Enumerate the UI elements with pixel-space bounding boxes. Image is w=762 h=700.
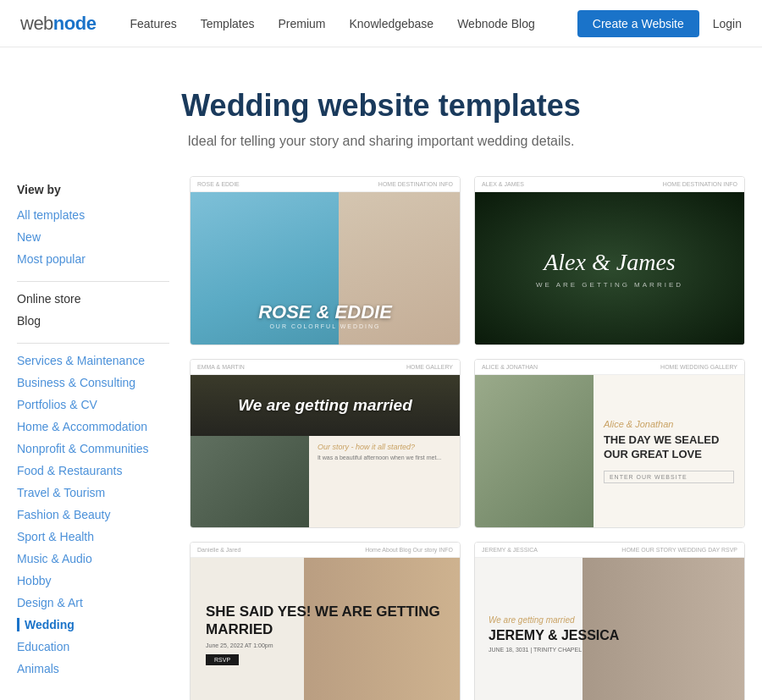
hero-section: Wedding website templates Ideal for tell…	[0, 47, 762, 176]
card-title-bar-3: EMMA & MARTIN	[197, 364, 245, 370]
t1-title: ROSE & EDDIE	[190, 301, 460, 323]
card-title-bar-5: Danielle & Jared	[197, 547, 240, 553]
card-title-bar-2: ALEX & JAMES	[482, 181, 524, 187]
t2-title: Alex & James	[536, 249, 683, 276]
sidebar-hobby[interactable]: Hobby	[17, 574, 169, 587]
view-by-label: View by	[17, 183, 169, 196]
card-nav-bar-6: HOME OUR STORY WEDDING DAY RSVP	[621, 547, 737, 553]
sidebar-services[interactable]: Services & Maintenance	[17, 354, 169, 367]
t4-title: THE DAY WE SEALED OUR GREAT LOVE	[604, 433, 734, 462]
header-actions: Create a Website Login	[577, 10, 742, 37]
sidebar: View by All templates New Most popular O…	[17, 176, 169, 700]
main-nav: Features Templates Premium Knowledgebase…	[130, 17, 577, 30]
card-topbar-1: ROSE & EDDIE HOME DESTINATION INFO	[190, 177, 460, 192]
sidebar-divider-2	[17, 343, 169, 344]
sidebar-portfolios[interactable]: Portfolios & CV	[17, 398, 169, 411]
card-preview-6: We are getting married JEREMY & JESSICA …	[475, 558, 744, 700]
card-nav-bar-4: HOME WEDDING GALLERY	[660, 364, 737, 370]
card-topbar-6: JEREMY & JESSICA HOME OUR STORY WEDDING …	[475, 543, 744, 558]
t5-date: June 25, 2022 AT 1:00pm	[206, 642, 460, 648]
template-card-alex-james[interactable]: ALEX & JAMES HOME DESTINATION INFO Alex …	[474, 176, 745, 345]
sidebar-sport[interactable]: Sport & Health	[17, 530, 169, 543]
template-card-rose-eddie[interactable]: ROSE & EDDIE HOME DESTINATION INFO ROSE …	[190, 176, 461, 345]
create-website-button[interactable]: Create a Website	[577, 10, 699, 37]
sidebar-business[interactable]: Business & Consulting	[17, 376, 169, 389]
sidebar-online-store[interactable]: Online store	[17, 292, 169, 306]
nav-blog[interactable]: Webnode Blog	[457, 17, 535, 30]
nav-features[interactable]: Features	[130, 17, 176, 30]
card-nav-bar-3: HOME GALLERY	[406, 364, 453, 370]
card-topbar-4: ALICE & JONATHAN HOME WEDDING GALLERY	[475, 360, 744, 375]
t1-subtitle: OUR COLORFUL WEDDING	[190, 323, 460, 329]
sidebar-education[interactable]: Education	[17, 640, 169, 653]
t6-date: JUNE 18, 3031 | TRINITY CHAPEL	[489, 647, 619, 653]
card-title-bar-4: ALICE & JONATHAN	[482, 364, 538, 370]
t3-story-text: It was a beautiful afternoon when we fir…	[318, 454, 451, 463]
card-topbar-3: EMMA & MARTIN HOME GALLERY	[190, 360, 460, 375]
card-topbar-2: ALEX & JAMES HOME DESTINATION INFO	[475, 177, 744, 192]
main-content: View by All templates New Most popular O…	[0, 176, 762, 700]
t4-btn: ENTER OUR WEBSITE	[604, 471, 734, 483]
type-filter-section: Online store Blog	[17, 292, 169, 328]
card-title-bar-1: ROSE & EDDIE	[197, 181, 240, 187]
login-button[interactable]: Login	[713, 17, 742, 30]
sidebar-animals[interactable]: Animals	[17, 662, 169, 675]
t4-name: Alice & Jonathan	[604, 419, 734, 429]
nav-knowledgebase[interactable]: Knowledgebase	[350, 17, 434, 30]
templates-grid: ROSE & EDDIE HOME DESTINATION INFO ROSE …	[190, 176, 745, 700]
hero-title: Wedding website templates	[17, 88, 745, 124]
card-preview-5: SHE SAID YES! WE ARE GETTING MARRIED Jun…	[190, 558, 460, 700]
card-preview-3: We are getting married Our story - how i…	[190, 375, 460, 527]
t5-btn: RSVP	[206, 654, 239, 665]
template-card-alice-jonathan[interactable]: ALICE & JONATHAN HOME WEDDING GALLERY Al…	[474, 359, 745, 528]
sidebar-new[interactable]: New	[17, 230, 169, 244]
nav-premium[interactable]: Premium	[278, 17, 325, 30]
hero-subtitle: Ideal for telling your story and sharing…	[17, 134, 745, 149]
sidebar-most-popular[interactable]: Most popular	[17, 252, 169, 266]
card-preview-4: Alice & Jonathan THE DAY WE SEALED OUR G…	[475, 375, 744, 527]
sidebar-travel[interactable]: Travel & Tourism	[17, 486, 169, 499]
logo: webnode	[20, 13, 96, 35]
sidebar-music[interactable]: Music & Audio	[17, 552, 169, 565]
t2-text: Alex & James WE ARE GETTING MARRIED	[536, 249, 683, 289]
card-nav-bar-2: HOME DESTINATION INFO	[663, 181, 737, 187]
sidebar-home[interactable]: Home & Accommodation	[17, 420, 169, 433]
sidebar-nonprofit[interactable]: Nonprofit & Communities	[17, 442, 169, 455]
sidebar-wedding[interactable]: Wedding	[17, 618, 169, 631]
sidebar-blog[interactable]: Blog	[17, 314, 169, 328]
card-nav-bar-5: Home About Blog Our story INFO	[365, 547, 453, 553]
t6-italic: We are getting married	[489, 615, 619, 625]
t2-subtitle: WE ARE GETTING MARRIED	[536, 281, 683, 289]
category-section: Services & Maintenance Business & Consul…	[17, 354, 169, 675]
t6-name: JEREMY & JESSICA	[489, 628, 619, 643]
card-title-bar-6: JEREMY & JESSICA	[482, 547, 538, 553]
template-card-danielle-jared[interactable]: Danielle & Jared Home About Blog Our sto…	[190, 542, 461, 700]
card-nav-bar-1: HOME DESTINATION INFO	[378, 181, 453, 187]
card-topbar-5: Danielle & Jared Home About Blog Our sto…	[190, 543, 460, 558]
header: webnode Features Templates Premium Knowl…	[0, 0, 762, 47]
t3-title: We are getting married	[238, 396, 412, 415]
sidebar-all-templates[interactable]: All templates	[17, 208, 169, 222]
template-card-jeremy-jessica[interactable]: JEREMY & JESSICA HOME OUR STORY WEDDING …	[474, 542, 745, 700]
t5-title: SHE SAID YES! WE ARE GETTING MARRIED	[206, 603, 460, 639]
t3-story-title: Our story - how it all started?	[318, 443, 451, 451]
sidebar-design[interactable]: Design & Art	[17, 596, 169, 609]
sidebar-fashion[interactable]: Fashion & Beauty	[17, 508, 169, 521]
nav-templates[interactable]: Templates	[201, 17, 255, 30]
sidebar-divider-1	[17, 281, 169, 282]
template-card-emma-martin[interactable]: EMMA & MARTIN HOME GALLERY We are gettin…	[190, 359, 461, 528]
view-filter-section: All templates New Most popular	[17, 208, 169, 266]
card-preview-1: ROSE & EDDIE OUR COLORFUL WEDDING	[190, 192, 460, 344]
card-preview-2: Alex & James WE ARE GETTING MARRIED	[475, 192, 744, 344]
sidebar-food[interactable]: Food & Restaurants	[17, 464, 169, 477]
